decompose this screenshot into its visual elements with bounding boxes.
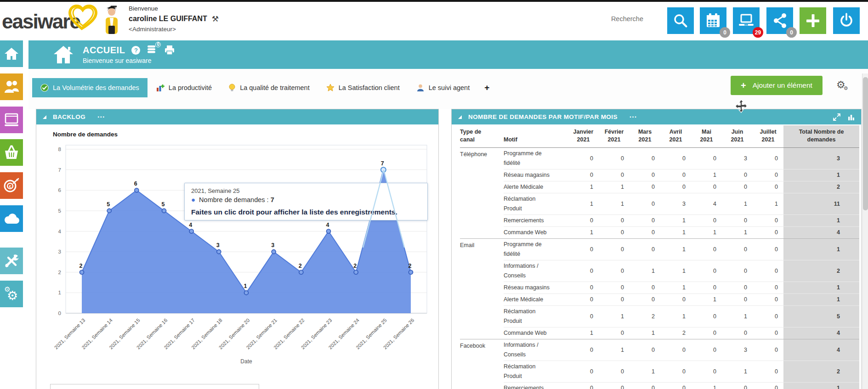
- svg-text:3: 3: [58, 249, 61, 254]
- value-cell: 0: [660, 148, 691, 169]
- add-new-button[interactable]: [800, 7, 826, 34]
- value-cell: 0: [630, 181, 660, 193]
- expand-icon[interactable]: [833, 113, 840, 121]
- screen-button[interactable]: 29: [733, 7, 760, 34]
- value-cell: 0: [753, 294, 783, 306]
- tab-satisfaction[interactable]: La Satisfaction client: [318, 78, 408, 97]
- value-cell: 0: [753, 327, 783, 339]
- tooltip-argument: 2021, Semaine 25: [191, 187, 421, 194]
- search-button[interactable]: [667, 7, 694, 34]
- value-cell: 1: [660, 306, 691, 327]
- share-button[interactable]: 0: [766, 7, 793, 34]
- power-icon: [837, 11, 856, 30]
- table-row: Réseau magasins00010001: [460, 282, 859, 294]
- total-cell: 2: [783, 181, 859, 193]
- value-cell: 0: [722, 327, 753, 339]
- svg-text:0: 0: [58, 310, 61, 316]
- page-scrollbar[interactable]: [862, 73, 868, 389]
- sidebar-item-home[interactable]: [0, 40, 23, 67]
- value-cell: 0: [630, 294, 660, 306]
- tab-suivi-agent[interactable]: Le suivi agent: [408, 78, 478, 97]
- print-icon[interactable]: [164, 45, 175, 55]
- sidebar-item-screens[interactable]: [0, 107, 23, 133]
- value-cell: 0: [660, 361, 691, 383]
- screen-badge: 29: [753, 27, 763, 38]
- value-cell: 0: [660, 181, 691, 193]
- total-cell: 1: [783, 169, 859, 181]
- tab-label: La productivité: [169, 84, 212, 91]
- tooltip-value: 7: [271, 196, 274, 203]
- value-cell: 0: [722, 169, 753, 181]
- value-cell: 0: [568, 260, 599, 282]
- records-stack-icon[interactable]: 0: [147, 44, 158, 56]
- sidebar-item-target[interactable]: €: [0, 172, 23, 199]
- table-row: Informations / Conseils00110002: [460, 260, 859, 282]
- motif-cell: Commande Web: [504, 327, 568, 339]
- tab-volumetrie[interactable]: La Volumétrie des demandes: [32, 78, 148, 97]
- value-cell: 0: [568, 294, 599, 306]
- tooltip-hint: Faites un clic droit pour afficher la li…: [191, 208, 421, 216]
- page-subtitle: Bienvenue sur easiware: [83, 57, 151, 64]
- motif-cell: Réclamation Produit: [504, 306, 568, 327]
- backlog-area-chart[interactable]: 01234567825654313242722021, Semaine 1320…: [36, 124, 439, 389]
- page-banner: ACCUEIL ? 0 Bienvenue sur easiware: [28, 40, 868, 69]
- sidebar-item-settings[interactable]: ⚙ ⚙: [0, 281, 23, 307]
- sidebar-item-tools[interactable]: [0, 248, 23, 274]
- sidebar-item-contacts[interactable]: [0, 73, 23, 100]
- logout-button[interactable]: [833, 7, 860, 34]
- value-cell: 0: [630, 239, 660, 260]
- value-cell: 0: [753, 339, 783, 361]
- chart-tooltip: 2021, Semaine 25 ● Nombre de demandes : …: [184, 183, 428, 220]
- value-cell: 0: [753, 227, 783, 239]
- value-cell: 0: [630, 282, 660, 294]
- sidebar-nav: € ⚙ ⚙: [0, 40, 28, 389]
- total-cell: 1: [783, 383, 859, 389]
- value-cell: 0: [630, 215, 660, 227]
- value-cell: 0: [691, 361, 722, 383]
- value-cell: 3: [722, 339, 753, 361]
- value-cell: 1: [691, 169, 722, 181]
- calendar-button[interactable]: 0: [700, 7, 726, 34]
- table-row: Réseau magasins00001001: [460, 169, 859, 181]
- value-cell: 1: [630, 327, 660, 339]
- welcome-block: Bienvenue caroline LE GUIFFANT ⚒ <Admini…: [129, 6, 219, 32]
- value-cell: 0: [753, 282, 783, 294]
- dashboard-settings-gear-icon[interactable]: ⚙⚙: [836, 79, 848, 91]
- value-cell: 1: [568, 193, 599, 215]
- tab-label: Le suivi agent: [429, 84, 470, 91]
- tools-icon: [4, 253, 19, 269]
- add-tab-button[interactable]: +: [478, 78, 496, 97]
- motif-cell: Réseau magasins: [504, 282, 568, 294]
- value-cell: 0: [660, 383, 691, 389]
- value-cell: 0: [599, 148, 630, 169]
- monitor-icon: [4, 113, 19, 127]
- user-avatar[interactable]: [103, 6, 120, 34]
- table-row: Réclamation Produit110341111: [460, 193, 859, 215]
- value-cell: 0: [599, 260, 630, 282]
- value-cell: 0: [660, 339, 691, 361]
- user-settings-tools-icon[interactable]: ⚒: [212, 15, 219, 23]
- user-role: <Administrateur>: [129, 26, 219, 33]
- table-row: Réclamation Produit00100102: [460, 361, 859, 383]
- chart-legend: Nombre de demandes :: [50, 384, 259, 389]
- help-icon[interactable]: ?: [131, 46, 140, 55]
- search-input[interactable]: [574, 12, 643, 26]
- svg-text:6: 6: [134, 180, 137, 187]
- laptop-icon: [736, 11, 756, 30]
- scrollbar-thumb[interactable]: [863, 77, 868, 210]
- tab-qualite[interactable]: La qualité de traitement: [220, 78, 318, 97]
- bar-chart-icon[interactable]: [848, 113, 855, 120]
- sidebar-item-cloud[interactable]: [0, 205, 23, 232]
- motif-cell: Alerte Médicale: [504, 181, 568, 193]
- total-cell: 4: [783, 327, 859, 339]
- collapse-triangle-icon[interactable]: [458, 115, 462, 119]
- value-cell: 1: [722, 361, 753, 383]
- value-cell: 0: [599, 227, 630, 239]
- tab-productivite[interactable]: La productivité: [148, 78, 220, 97]
- add-element-button[interactable]: + Ajouter un élément: [731, 76, 823, 95]
- app-header: easiware Bienvenue caroline LE GUIFFANT …: [0, 2, 868, 40]
- demandes-pivot-table: Type decanal Motif Janvier2021 Février20…: [460, 125, 859, 389]
- sidebar-item-basket[interactable]: [0, 139, 23, 166]
- collapse-triangle-icon[interactable]: [43, 115, 46, 119]
- gears-icon: ⚙ ⚙: [3, 286, 20, 302]
